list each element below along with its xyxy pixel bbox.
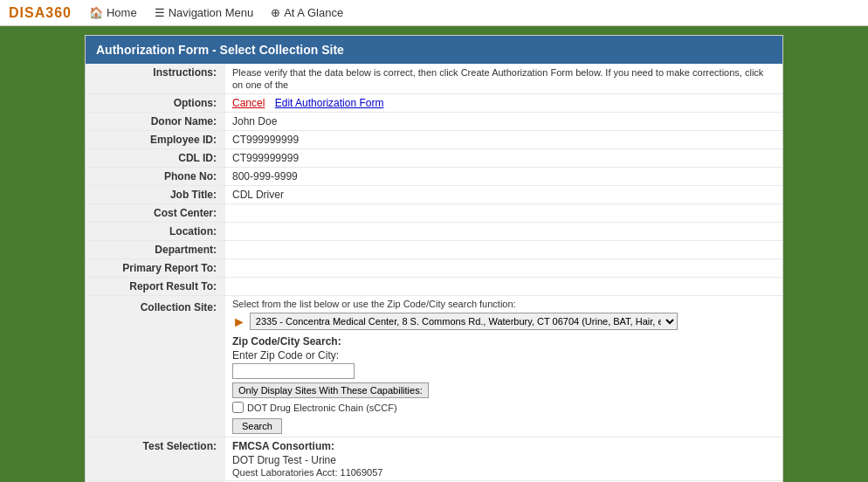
home-icon: 🏠: [89, 6, 103, 19]
report-result-to-label: Report Result To:: [86, 278, 225, 296]
collection-site-select[interactable]: 2335 - Concentra Medical Center, 8 S. Co…: [250, 313, 678, 330]
collection-site-content: Select from the list below or use the Zi…: [225, 296, 782, 437]
cdl-id-value: CT999999999: [225, 149, 782, 168]
primary-report-to-value: [225, 259, 782, 278]
cdl-id-label: CDL ID:: [86, 149, 225, 168]
instructions-row: Instructions: Please verify that the dat…: [86, 64, 782, 94]
zip-input-label: Enter Zip Code or City:: [232, 349, 775, 362]
phone-no-row: Phone No: 800-999-9999: [86, 168, 782, 186]
nav-menu-label: Navigation Menu: [169, 6, 254, 19]
instructions-text: Please verify that the data below is cor…: [232, 67, 763, 90]
location-row: Location:: [86, 223, 782, 241]
form-title: Authorization Form - Select Collection S…: [86, 36, 782, 64]
collection-site-instruction: Select from the list below or use the Zi…: [232, 299, 775, 309]
department-label: Department:: [86, 241, 225, 259]
cost-center-row: Cost Center:: [86, 204, 782, 223]
quest-label: Quest Laboratories Acct: 11069057: [232, 467, 775, 478]
search-button[interactable]: Search: [232, 418, 282, 434]
nav-menu-link[interactable]: ☰ Navigation Menu: [155, 6, 254, 19]
logo-360: 360: [45, 5, 72, 20]
checkbox-row: DOT Drug Electronic Chain (sCCF): [232, 402, 775, 413]
department-row: Department:: [86, 241, 782, 259]
job-title-value: CDL Driver: [225, 186, 782, 204]
report-result-to-row: Report Result To:: [86, 278, 782, 296]
department-value: [225, 241, 782, 259]
location-value: [225, 223, 782, 241]
capabilities-button[interactable]: Only Display Sites With These Capabiliti…: [232, 382, 429, 398]
test-selection-label: Test Selection:: [86, 437, 225, 481]
test-selection-row: Test Selection: FMCSA Consortium: DOT Dr…: [86, 437, 782, 481]
drug-test-label: DOT Drug Test - Urine: [232, 454, 775, 466]
collection-site-row: Collection Site: Select from the list be…: [86, 296, 782, 437]
test-selection-content: FMCSA Consortium: DOT Drug Test - Urine …: [232, 440, 775, 478]
logo: DISA360: [9, 5, 72, 21]
zip-input[interactable]: [232, 363, 355, 379]
form-table: Instructions: Please verify that the dat…: [86, 64, 782, 482]
location-label: Location:: [86, 223, 225, 241]
donor-name-value: John Doe: [225, 113, 782, 131]
options-row: Options: Cancel Edit Authorization Form: [86, 94, 782, 113]
at-a-glance-label: At A Glance: [284, 6, 343, 19]
employee-id-value: CT999999999: [225, 131, 782, 149]
cancel-link[interactable]: Cancel: [232, 97, 265, 109]
cdl-id-row: CDL ID: CT999999999: [86, 149, 782, 168]
primary-report-to-row: Primary Report To:: [86, 259, 782, 278]
zip-search-label: Zip Code/City Search:: [232, 335, 775, 348]
main-container: Authorization Form - Select Collection S…: [85, 35, 783, 482]
collection-site-label: Collection Site:: [86, 296, 225, 437]
nav-menu-icon: ☰: [155, 6, 165, 19]
employee-id-label: Employee ID:: [86, 131, 225, 149]
options-label: Options:: [86, 94, 225, 113]
donor-name-row: Donor Name: John Doe: [86, 113, 782, 131]
logo-disa: DISA: [9, 5, 45, 20]
dot-chain-checkbox[interactable]: [232, 402, 244, 413]
at-a-glance-icon: ⊕: [271, 6, 280, 19]
fmcsa-label: FMCSA Consortium:: [232, 440, 775, 452]
cost-center-label: Cost Center:: [86, 204, 225, 223]
primary-report-to-label: Primary Report To:: [86, 259, 225, 278]
arrow-icon: ►: [232, 314, 246, 330]
collection-inner: ► 2335 - Concentra Medical Center, 8 S. …: [232, 313, 775, 330]
phone-no-label: Phone No:: [86, 168, 225, 186]
home-label: Home: [107, 6, 137, 19]
home-link[interactable]: 🏠 Home: [89, 6, 137, 19]
phone-no-value: 800-999-9999: [225, 168, 782, 186]
cost-center-value: [225, 204, 782, 223]
zip-section: Zip Code/City Search: Enter Zip Code or …: [232, 335, 775, 434]
dot-chain-label: DOT Drug Electronic Chain (sCCF): [247, 403, 397, 413]
job-title-label: Job Title:: [86, 186, 225, 204]
instructions-label: Instructions:: [86, 64, 225, 94]
at-a-glance-link[interactable]: ⊕ At A Glance: [271, 6, 343, 19]
report-result-to-value: [225, 278, 782, 296]
job-title-row: Job Title: CDL Driver: [86, 186, 782, 204]
edit-link[interactable]: Edit Authorization Form: [275, 97, 384, 109]
donor-name-label: Donor Name:: [86, 113, 225, 131]
employee-id-row: Employee ID: CT999999999: [86, 131, 782, 149]
top-nav: DISA360 🏠 Home ☰ Navigation Menu ⊕ At A …: [0, 0, 868, 26]
